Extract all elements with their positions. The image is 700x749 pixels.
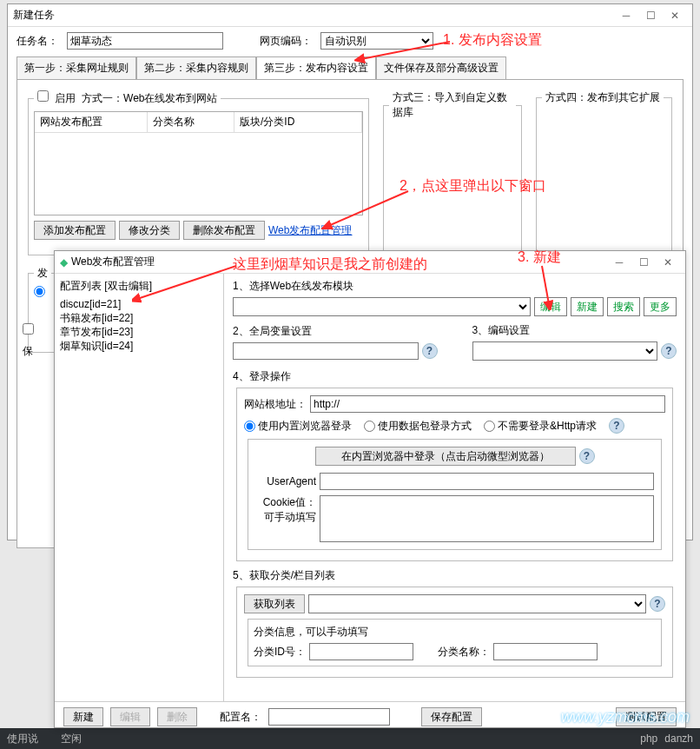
help-icon[interactable]: ?: [579, 448, 595, 464]
delete-config-button[interactable]: 删除发布配置: [183, 221, 265, 240]
save-checkbox[interactable]: [23, 323, 34, 335]
main-title: 新建任务: [13, 8, 614, 23]
s2-title: 2、全局变量设置: [233, 324, 438, 339]
config-listbox[interactable]: discuz[id=21] 书籍发布[id=22] 章节发布[id=23] 烟草…: [58, 295, 220, 355]
list-item[interactable]: 烟草知识[id=24]: [60, 339, 218, 353]
config-list-panel: 配置列表 [双击编辑] discuz[id=21] 书籍发布[id=22] 章节…: [55, 274, 224, 701]
publish-radio[interactable]: [34, 286, 45, 297]
tab-step4[interactable]: 文件保存及部分高级设置: [376, 56, 506, 79]
th-config: 网站发布配置: [35, 112, 148, 132]
get-list-button[interactable]: 获取列表: [244, 594, 305, 613]
ua-label: UserAgent: [255, 475, 316, 487]
new-module-button[interactable]: 新建: [571, 297, 604, 316]
cookie-hint: 可手动填写: [255, 510, 316, 525]
catinfo-label: 分类信息，可以手动填写: [254, 625, 656, 640]
tabstrip: 第一步：采集网址规则 第二步：采集内容规则 第三步：发布内容设置 文件保存及部分…: [8, 55, 692, 79]
cfgname-label: 配置名：: [220, 710, 261, 725]
cookie-textarea[interactable]: [320, 495, 654, 542]
tab-step1[interactable]: 第一步：采集网址规则: [17, 56, 136, 79]
search-module-button[interactable]: 搜索: [607, 297, 640, 316]
s1-title: 1、选择Web在线发布模块: [233, 279, 677, 294]
s4-title: 4、登录操作: [233, 369, 677, 384]
root-url-input[interactable]: [310, 395, 665, 413]
catid-input[interactable]: [309, 643, 413, 660]
edit-module-button[interactable]: 编辑: [534, 297, 567, 316]
help-icon[interactable]: ?: [650, 596, 665, 612]
encoding-select[interactable]: 自动识别: [320, 32, 433, 50]
sub-close-icon[interactable]: ✕: [656, 256, 680, 268]
publish-table: 网站发布配置 分类名称 版块/分类ID: [34, 111, 363, 215]
cookie-label: Cookie值：: [255, 495, 316, 510]
web-config-mgr-link[interactable]: Web发布配置管理: [268, 223, 352, 238]
help-icon[interactable]: ?: [609, 418, 624, 434]
taskname-label: 任务名：: [17, 34, 58, 49]
save-config-button[interactable]: 保存配置: [421, 707, 482, 726]
taskbar-php: php: [640, 732, 657, 745]
watermark: www.yzmcms.com: [561, 708, 690, 726]
app-icon: ◆: [60, 256, 68, 268]
save-label: 保: [23, 344, 33, 359]
tab-step3[interactable]: 第三步：发布内容设置: [256, 56, 376, 79]
mode4-fieldset: 方式四：发布到其它扩展: [536, 90, 672, 255]
more-module-button[interactable]: 更多: [644, 297, 677, 316]
foot-del-button[interactable]: 删除: [157, 707, 197, 726]
mode1-fieldset: 启用 方式一：Web在线发布到网站 网站发布配置 分类名称 版块/分类ID 添加…: [28, 90, 369, 255]
task-row: 任务名： 网页编码： 自动识别: [8, 27, 692, 55]
main-titlebar: 新建任务 ─ ☐ ✕: [8, 4, 692, 27]
s3-title: 3、编码设置: [472, 323, 677, 338]
mode1-legend: 启用 方式一：Web在线发布到网站: [34, 90, 221, 106]
catname-input[interactable]: [493, 643, 598, 660]
category-select[interactable]: [308, 594, 646, 613]
taskname-input[interactable]: [67, 32, 223, 50]
sub-window: ◆ Web发布配置管理 ─ ☐ ✕ 配置列表 [双击编辑] discuz[id=…: [54, 250, 686, 728]
foot-edit-button[interactable]: 编辑: [110, 707, 150, 726]
global-var-input[interactable]: [233, 342, 419, 360]
browser-login-button[interactable]: 在内置浏览器中登录（点击启动微型浏览器）: [315, 447, 576, 466]
catid-label: 分类ID号：: [254, 645, 306, 660]
help-icon[interactable]: ?: [422, 343, 438, 359]
taskbar-danzh: danzh: [664, 732, 693, 745]
taskbar-left: 使用说: [7, 732, 38, 746]
login-radio-2[interactable]: [364, 421, 375, 432]
close-icon[interactable]: ✕: [663, 10, 687, 22]
sub-maximize-icon[interactable]: ☐: [631, 256, 656, 268]
mode3-legend: 方式三：导入到自定义数据库: [389, 90, 515, 120]
minimize-icon[interactable]: ─: [614, 10, 638, 22]
list-item[interactable]: 章节发布[id=23]: [60, 325, 218, 339]
taskbar-idle: 空闲: [61, 732, 82, 746]
th-id: 版块/分类ID: [234, 112, 362, 132]
catname-label: 分类名称：: [438, 645, 490, 660]
right-pane: 1、选择Web在线发布模块 编辑 新建 搜索 更多 2、全局变量设置 ?: [224, 274, 685, 701]
enable-checkbox[interactable]: [37, 90, 49, 102]
root-label: 网站根地址：: [244, 397, 307, 412]
useragent-input[interactable]: [320, 473, 654, 490]
list-item[interactable]: discuz[id=21]: [60, 297, 218, 311]
sub-titlebar: ◆ Web发布配置管理 ─ ☐ ✕: [55, 251, 685, 274]
maximize-icon[interactable]: ☐: [638, 10, 663, 22]
edit-cat-button[interactable]: 修改分类: [119, 221, 180, 240]
sub-minimize-icon[interactable]: ─: [607, 256, 631, 268]
config-list-head: 配置列表 [双击编辑]: [58, 277, 220, 295]
mode3-fieldset: 方式三：导入到自定义数据库: [383, 90, 521, 255]
login-radio-1[interactable]: [244, 421, 255, 432]
login-radio-3[interactable]: [484, 421, 495, 432]
cfgname-input[interactable]: [268, 708, 390, 726]
th-cat: 分类名称: [148, 112, 234, 132]
tab-step2[interactable]: 第二步：采集内容规则: [136, 56, 256, 79]
s5-title: 5、获取分类/栏目列表: [233, 568, 677, 583]
module-select[interactable]: [233, 297, 531, 316]
publish-legend: 发: [34, 266, 51, 281]
sub-title: Web发布配置管理: [71, 255, 607, 269]
help-icon[interactable]: ?: [661, 343, 677, 359]
mode4-legend: 方式四：发布到其它扩展: [542, 90, 664, 105]
encoding-config-select[interactable]: [472, 341, 658, 361]
list-item[interactable]: 书籍发布[id=22]: [60, 311, 218, 325]
encoding-label: 网页编码：: [260, 34, 312, 49]
foot-new-button[interactable]: 新建: [63, 707, 103, 726]
add-config-button[interactable]: 添加发布配置: [34, 221, 116, 240]
